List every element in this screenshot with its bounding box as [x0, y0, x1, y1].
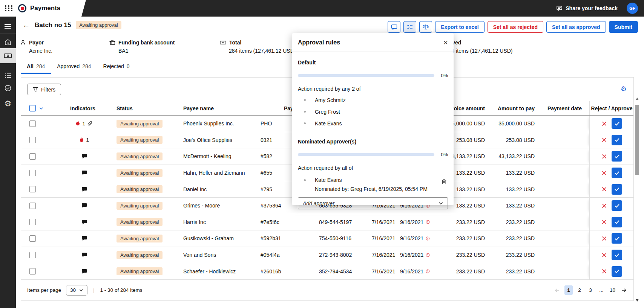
scrollbar-thumb[interactable] [635, 105, 639, 175]
next-page-arrow-icon[interactable] [621, 288, 627, 293]
submit-button[interactable]: Submit [609, 21, 638, 33]
row-checkbox[interactable] [29, 219, 36, 225]
page-number-button[interactable]: 1 [564, 285, 573, 295]
approve-button[interactable] [612, 151, 622, 162]
prev-page-arrow-icon[interactable] [554, 288, 560, 293]
reject-button[interactable] [601, 137, 607, 143]
payee-name-cell: Hahn, Heller and Ziemann [183, 170, 261, 176]
sidebar-item-payments[interactable] [0, 48, 16, 63]
approver-name: Kate Evans [315, 177, 342, 183]
sidebar-item-approvals[interactable] [0, 82, 16, 95]
rule-section-heading: Default [298, 59, 448, 66]
row-checkbox[interactable] [29, 203, 36, 209]
reject-approve-cell [589, 181, 634, 197]
reject-button[interactable] [601, 121, 607, 127]
comments-button[interactable] [388, 21, 400, 33]
app-switcher-icon[interactable] [5, 5, 13, 11]
comment-indicator-icon [81, 203, 87, 208]
page-numbers: 123...10 [564, 285, 617, 295]
row-checkbox[interactable] [29, 186, 36, 192]
page-number-button[interactable]: 2 [575, 285, 584, 295]
reject-button[interactable] [601, 252, 607, 258]
reject-button[interactable] [601, 154, 607, 159]
reject-button[interactable] [601, 203, 607, 209]
approve-button[interactable] [612, 266, 622, 277]
row-checkbox[interactable] [29, 153, 36, 160]
sidebar-item-settings[interactable]: ⚙ [0, 97, 16, 110]
approval-rules-button[interactable] [403, 21, 416, 33]
approver-name: Amy Schmitz [315, 97, 346, 103]
page-size-select[interactable]: 30 [66, 285, 87, 296]
payee-name-cell: Harris Inc [183, 219, 261, 225]
invoice-amount-cell: 233.22 USD [436, 235, 492, 241]
invoice-amount-cell: 233.22 USD [436, 268, 492, 274]
payee-name-cell: McDermott - Keeling [183, 153, 261, 159]
banknote-icon [220, 40, 226, 46]
tab[interactable]: All 284 [21, 61, 51, 74]
banknote-icon [4, 52, 12, 59]
payee-name-cell: Daniel Inc [183, 186, 261, 192]
page-number-button[interactable]: ... [597, 285, 606, 295]
sidebar-item-home[interactable] [0, 36, 16, 49]
scroll-down-arrow[interactable] [636, 299, 639, 302]
check-icon [614, 171, 620, 175]
approve-button[interactable] [612, 250, 622, 260]
row-checkbox[interactable] [29, 137, 36, 143]
reject-button[interactable] [601, 186, 607, 192]
add-approver-select[interactable]: Add approver [298, 197, 448, 209]
approve-button[interactable] [612, 184, 622, 195]
approve-button[interactable] [612, 200, 622, 211]
row-checkbox[interactable] [29, 235, 36, 242]
feedback-bubble-icon [557, 6, 563, 11]
check-icon [614, 253, 620, 258]
reject-button[interactable] [601, 219, 607, 225]
row-checkbox[interactable] [29, 268, 36, 274]
scroll-up-arrow[interactable] [636, 98, 639, 100]
approve-button[interactable] [612, 135, 622, 145]
approve-button[interactable] [612, 118, 622, 129]
summary-value: 284 items (127,461.12 USD) [229, 48, 296, 54]
row-checkbox[interactable] [29, 120, 36, 127]
comment-indicator-icon [81, 154, 87, 159]
row-status-badge: Awaiting approval [117, 218, 163, 226]
approve-button[interactable] [612, 168, 622, 178]
reject-button[interactable] [601, 236, 607, 241]
share-feedback-button[interactable]: Share your feedback [557, 0, 618, 17]
tab-label: Approved [57, 63, 80, 69]
filters-button[interactable]: Filters [27, 84, 61, 95]
approve-button[interactable] [612, 233, 622, 244]
vertical-scrollbar[interactable] [635, 96, 640, 305]
select-all-checkbox[interactable] [29, 105, 36, 111]
approve-button[interactable] [612, 217, 622, 227]
page-controls: 123...10 [552, 285, 629, 295]
reject-button[interactable] [601, 170, 607, 176]
menu-icon[interactable] [0, 20, 16, 33]
export-excel-button[interactable]: Export to excel [435, 21, 484, 33]
gear-icon: ⚙ [621, 85, 627, 93]
delete-approver-button[interactable] [441, 178, 447, 185]
page-size-value: 30 [70, 287, 76, 293]
due-date: 9/16/2021 [400, 268, 423, 274]
reject-button[interactable] [601, 268, 607, 274]
check-icon [614, 187, 620, 192]
check-icon [614, 269, 620, 274]
chevron-down-icon[interactable] [39, 107, 43, 110]
page-number-button[interactable]: 3 [586, 285, 595, 295]
tab[interactable]: Rejected 0 [97, 61, 136, 74]
back-arrow-icon[interactable]: ← [23, 21, 30, 29]
rules-scales-button[interactable] [419, 21, 432, 33]
tab[interactable]: Approved 284 [51, 61, 97, 74]
set-all-approved-button[interactable]: Set all as approved [546, 21, 606, 33]
page-number-button[interactable]: 10 [608, 285, 617, 295]
table-settings-button[interactable]: ⚙ [618, 83, 630, 95]
row-checkbox[interactable] [29, 170, 36, 176]
close-icon[interactable]: × [443, 38, 448, 46]
approver-name: Greg Frost [315, 109, 340, 115]
modal-section-divider [298, 133, 448, 133]
user-avatar[interactable]: GF [627, 3, 638, 14]
approver-item: Greg Frost [298, 106, 448, 117]
sidebar-item-list[interactable] [0, 69, 16, 82]
brand-logo [18, 4, 26, 12]
set-all-rejected-button[interactable]: Set all as rejected [488, 21, 543, 33]
row-checkbox[interactable] [29, 252, 36, 258]
